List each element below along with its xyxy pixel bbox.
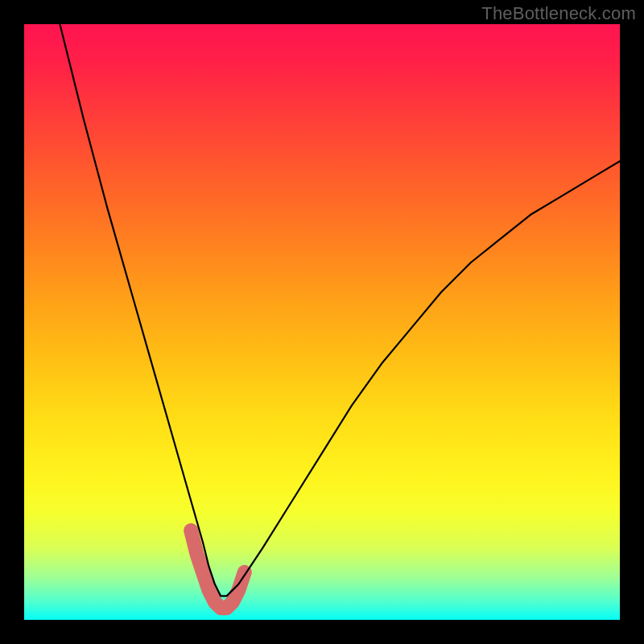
bottleneck-curve-path: [60, 24, 620, 596]
chart-frame: TheBottleneck.com: [0, 0, 644, 644]
highlight-band-path: [191, 530, 245, 608]
curve-svg: [24, 24, 620, 620]
plot-area: [24, 24, 620, 620]
watermark-text: TheBottleneck.com: [481, 3, 636, 24]
